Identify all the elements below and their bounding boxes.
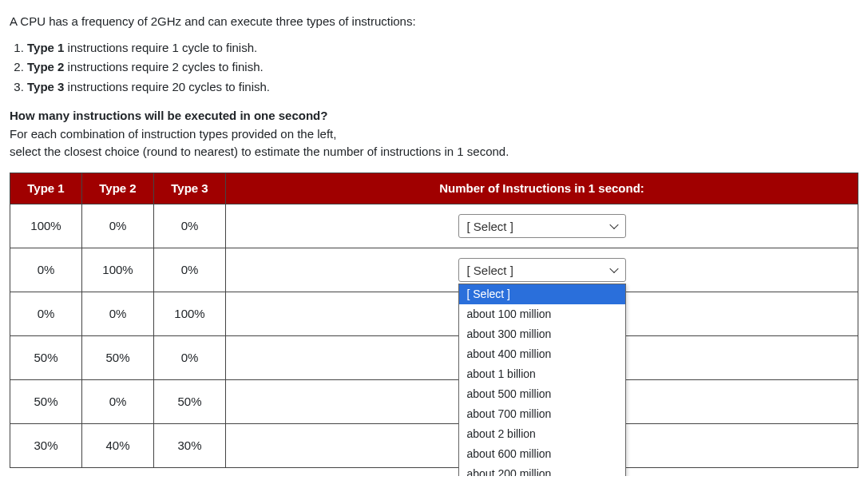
table-row: 50%50%0%[ Select ] bbox=[10, 336, 858, 380]
percent-cell: 50% bbox=[10, 336, 82, 380]
question-title: How many instructions will be executed i… bbox=[10, 107, 858, 125]
answer-select-option[interactable]: about 1 billion bbox=[459, 364, 625, 384]
spec-3-rest: instructions require 20 cycles to finish… bbox=[64, 80, 270, 93]
intro-text: A CPU has a frequency of 2GHz and can ex… bbox=[10, 13, 858, 31]
answer-select-option[interactable]: about 300 million bbox=[459, 324, 625, 344]
question-line1: For each combination of instruction type… bbox=[10, 125, 858, 144]
spec-item-2: Type 2 instructions require 2 cycles to … bbox=[27, 58, 858, 77]
percent-cell: 0% bbox=[154, 336, 226, 380]
spec-2-bold: Type 2 bbox=[27, 60, 64, 73]
quiz-table: Type 1 Type 2 Type 3 Number of Instructi… bbox=[10, 173, 858, 469]
table-row: 50%0%50%[ Select ] bbox=[10, 380, 858, 424]
percent-cell: 50% bbox=[82, 336, 154, 380]
spec-1-bold: Type 1 bbox=[27, 41, 64, 54]
percent-cell: 0% bbox=[82, 380, 154, 424]
table-row: 0%100%0%[ Select ][ Select ]about 100 mi… bbox=[10, 248, 858, 292]
percent-cell: 0% bbox=[154, 204, 226, 248]
answer-select-option[interactable]: about 200 million bbox=[459, 464, 625, 476]
table-row: 0%0%100%[ Select ] bbox=[10, 292, 858, 336]
percent-cell: 0% bbox=[154, 248, 226, 292]
spec-list: Type 1 instructions require 1 cycle to f… bbox=[27, 39, 858, 97]
percent-cell: 0% bbox=[82, 292, 154, 336]
percent-cell: 30% bbox=[10, 424, 82, 468]
spec-1-rest: instructions require 1 cycle to finish. bbox=[64, 41, 257, 54]
percent-cell: 100% bbox=[82, 248, 154, 292]
answer-select-wrap: [ Select ][ Select ]about 100 millionabo… bbox=[458, 258, 626, 282]
answer-cell: [ Select ][ Select ]about 100 millionabo… bbox=[226, 248, 858, 292]
header-type1: Type 1 bbox=[10, 173, 82, 204]
answer-select[interactable]: [ Select ] bbox=[458, 214, 626, 238]
answer-select-option[interactable]: about 600 million bbox=[459, 444, 625, 464]
table-header-row: Type 1 Type 2 Type 3 Number of Instructi… bbox=[10, 173, 858, 204]
percent-cell: 100% bbox=[10, 204, 82, 248]
answer-select-label: [ Select ] bbox=[467, 264, 513, 277]
spec-item-3: Type 3 instructions require 20 cycles to… bbox=[27, 78, 858, 97]
header-answer: Number of Instructions in 1 second: bbox=[226, 173, 858, 204]
percent-cell: 30% bbox=[154, 424, 226, 468]
spec-3-bold: Type 3 bbox=[27, 80, 64, 93]
answer-select-label: [ Select ] bbox=[467, 220, 513, 233]
spec-item-1: Type 1 instructions require 1 cycle to f… bbox=[27, 39, 858, 58]
percent-cell: 50% bbox=[154, 380, 226, 424]
header-type3: Type 3 bbox=[154, 173, 226, 204]
table-row: 100%0%0%[ Select ] bbox=[10, 204, 858, 248]
chevron-down-icon bbox=[609, 264, 618, 273]
percent-cell: 0% bbox=[82, 204, 154, 248]
answer-select-option[interactable]: about 100 million bbox=[459, 304, 625, 324]
percent-cell: 40% bbox=[82, 424, 154, 468]
answer-select-option[interactable]: about 2 billion bbox=[459, 424, 625, 444]
answer-select-option[interactable]: about 500 million bbox=[459, 384, 625, 404]
answer-select-option[interactable]: about 400 million bbox=[459, 344, 625, 364]
percent-cell: 0% bbox=[10, 248, 82, 292]
percent-cell: 50% bbox=[10, 380, 82, 424]
question-line2: select the closest choice (round to near… bbox=[10, 143, 858, 161]
answer-select-dropdown[interactable]: [ Select ]about 100 millionabout 300 mil… bbox=[458, 284, 626, 476]
answer-select-option[interactable]: [ Select ] bbox=[459, 284, 625, 304]
chevron-down-icon bbox=[609, 220, 618, 229]
percent-cell: 100% bbox=[154, 292, 226, 336]
answer-select-wrap: [ Select ] bbox=[458, 214, 626, 238]
spec-2-rest: instructions require 2 cycles to finish. bbox=[64, 60, 263, 73]
answer-select[interactable]: [ Select ] bbox=[458, 258, 626, 282]
answer-cell: [ Select ] bbox=[226, 204, 858, 248]
table-row: 30%40%30%[ Select ] bbox=[10, 424, 858, 468]
percent-cell: 0% bbox=[10, 292, 82, 336]
header-type2: Type 2 bbox=[82, 173, 154, 204]
question-lead: How many instructions will be executed i… bbox=[10, 107, 858, 161]
answer-select-option[interactable]: about 700 million bbox=[459, 404, 625, 424]
